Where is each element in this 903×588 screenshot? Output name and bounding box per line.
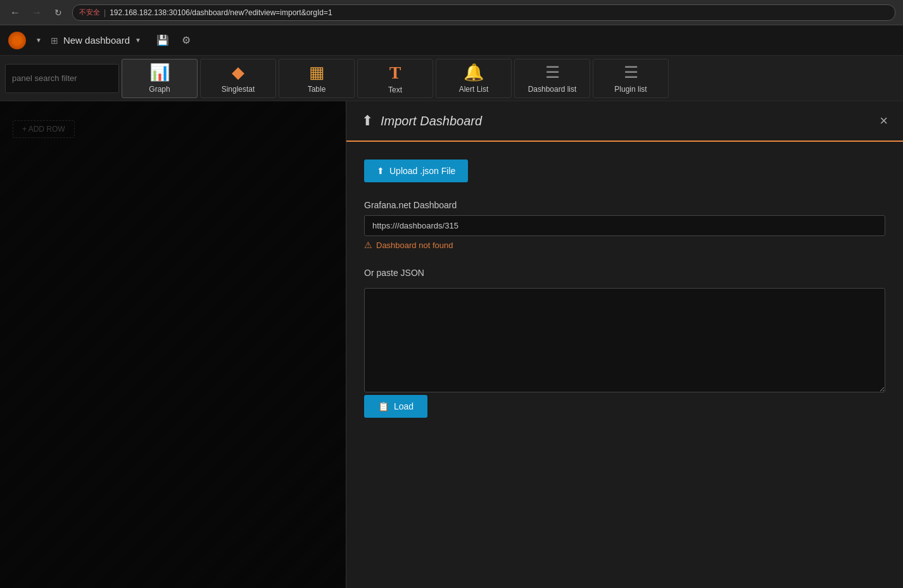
url-bar[interactable]: 不安全 | 192.168.182.138:30106/dashboard/ne… [72, 4, 895, 21]
grafana-logo-circle [8, 32, 26, 49]
url-separator: | [104, 8, 106, 17]
browser-chrome: ← → ↻ 不安全 | 192.168.182.138:30106/dashbo… [0, 0, 903, 25]
table-label: Table [308, 85, 326, 94]
panel-type-text[interactable]: T Text [357, 59, 433, 98]
json-textarea[interactable] [364, 288, 885, 392]
topbar-actions: 💾 ⚙ [153, 32, 194, 49]
text-icon: T [389, 63, 401, 83]
load-icon: 📋 [378, 401, 389, 411]
pluginlist-label: Plugin list [614, 85, 647, 94]
modal-header: ⬆ Import Dashboard × [346, 101, 903, 142]
grafana-url-input[interactable] [364, 215, 885, 236]
refresh-button[interactable]: ↻ [51, 5, 66, 20]
grafana-logo[interactable] [8, 31, 27, 50]
panel-search-input[interactable] [5, 64, 119, 93]
import-dashboard-modal: ⬆ Import Dashboard × ⬆ Upload .json File… [346, 101, 903, 588]
back-button[interactable]: ← [8, 5, 23, 20]
modal-body: ⬆ Upload .json File Grafana.net Dashboar… [346, 142, 903, 435]
graph-icon: 📊 [149, 63, 170, 82]
warning-icon: ⚠ [364, 240, 372, 250]
alertlist-label: Alert List [459, 85, 489, 94]
modal-overlay: ⬆ Import Dashboard × ⬆ Upload .json File… [0, 101, 903, 588]
load-button[interactable]: 📋 Load [364, 395, 427, 418]
import-icon: ⬆ [362, 113, 373, 129]
panel-type-pluginlist[interactable]: ☰ Plugin list [593, 59, 669, 98]
settings-button[interactable]: ⚙ [178, 32, 194, 49]
upload-section: ⬆ Upload .json File [364, 160, 885, 182]
alertlist-icon: 🔔 [464, 63, 484, 82]
table-icon: ▦ [309, 63, 325, 82]
url-text: 192.168.182.138:30106/dashboard/new?edit… [110, 8, 332, 17]
load-btn-label: Load [394, 401, 414, 411]
dashboard-title-container[interactable]: ⊞ New dashboard ▼ [51, 35, 141, 46]
singlestat-icon: ◆ [232, 63, 244, 82]
text-label: Text [388, 85, 402, 94]
dashboard-title: New dashboard [63, 35, 130, 46]
pluginlist-icon: ☰ [624, 63, 638, 82]
error-message-text: Dashboard not found [376, 241, 453, 250]
upload-btn-label: Upload .json File [389, 166, 455, 176]
graph-label: Graph [149, 85, 170, 94]
error-message-container: ⚠ Dashboard not found [364, 240, 885, 250]
security-warning: 不安全 [79, 8, 100, 17]
panel-type-table[interactable]: ▦ Table [279, 59, 355, 98]
app-topbar: ▼ ⊞ New dashboard ▼ 💾 ⚙ [0, 25, 903, 56]
panel-type-singlestat[interactable]: ◆ Singlestat [200, 59, 276, 98]
dashboard-grid-icon: ⊞ [51, 35, 58, 46]
panel-type-alertlist[interactable]: 🔔 Alert List [436, 59, 512, 98]
upload-json-button[interactable]: ⬆ Upload .json File [364, 160, 468, 182]
forward-button[interactable]: → [29, 5, 44, 20]
grafana-net-section: Grafana.net Dashboard ⚠ Dashboard not fo… [364, 200, 885, 250]
upload-icon: ⬆ [377, 166, 384, 176]
json-textarea-container [364, 283, 885, 395]
paste-json-section: Or paste JSON 📋 Load [364, 268, 885, 418]
panel-type-dashboardlist[interactable]: ☰ Dashboard list [514, 59, 590, 98]
grafana-net-label: Grafana.net Dashboard [364, 200, 885, 210]
panel-type-graph[interactable]: 📊 Graph [122, 59, 198, 98]
main-content: + ADD ROW ⬆ Import Dashboard × ⬆ Upload … [0, 101, 903, 588]
dashlist-label: Dashboard list [528, 85, 577, 94]
dashboard-dropdown-arrow[interactable]: ▼ [135, 37, 141, 44]
singlestat-label: Singlestat [222, 85, 255, 94]
grafana-dropdown-arrow[interactable]: ▼ [35, 37, 42, 44]
modal-title: Import Dashboard [381, 114, 872, 128]
dashlist-icon: ☰ [545, 63, 560, 82]
paste-json-label: Or paste JSON [364, 268, 885, 278]
panel-picker-bar: 📊 Graph ◆ Singlestat ▦ Table T Text 🔔 Al… [0, 56, 903, 101]
save-dashboard-button[interactable]: 💾 [153, 32, 173, 49]
modal-close-button[interactable]: × [880, 113, 888, 129]
